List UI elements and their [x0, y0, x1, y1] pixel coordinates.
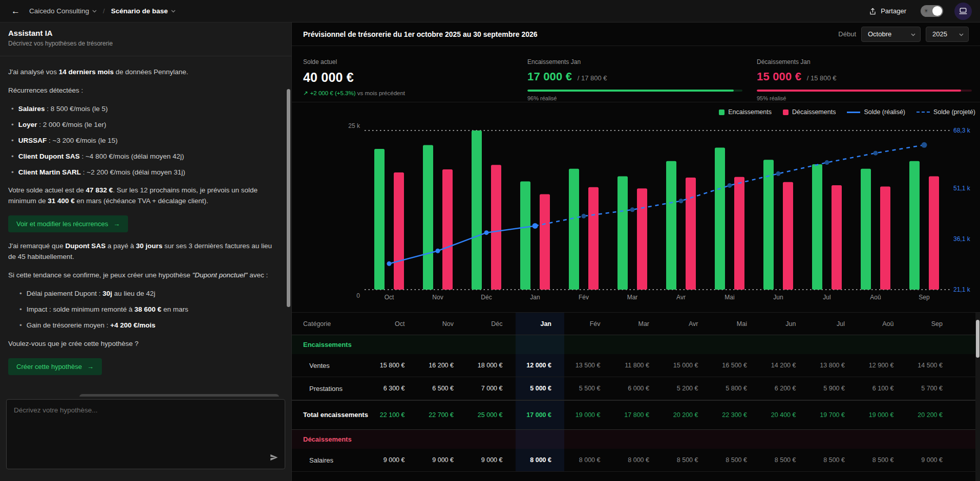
assistant-message: Voulez-vous que je crée cette hypothèse …	[8, 339, 279, 349]
send-button[interactable]	[268, 452, 280, 465]
assistant-message: J'ai analysé vos 14 derniers mois de don…	[8, 67, 279, 78]
table-scrollbar-thumb[interactable]	[976, 320, 979, 358]
right-axis-tick: 36,1 k	[953, 235, 971, 243]
table-cell: 13 500 €	[564, 354, 613, 377]
table-cell: 8 500 €	[858, 449, 907, 471]
decaissements-bar	[394, 172, 404, 290]
chart-month-label: Mar	[627, 294, 638, 301]
chevron-down-icon	[171, 10, 176, 13]
table-cell: 9 000 €	[907, 449, 956, 471]
kpi-target: / 15 800 €	[807, 74, 837, 82]
progress-fill	[757, 90, 961, 92]
workspace-switcher[interactable]: Caicedo Consulting	[29, 7, 97, 15]
assistant-title: Assistant IA	[8, 29, 283, 37]
table-cell: 7 000 €	[466, 377, 516, 400]
table-column-header[interactable]: Fév	[564, 313, 613, 335]
device-button[interactable]	[954, 3, 972, 20]
scenario-switcher[interactable]: Scénario de base	[111, 7, 176, 15]
table-column-header[interactable]: Aoû	[858, 313, 907, 335]
table-row: Prestations6 300 €6 500 €7 000 €5 000 €5…	[292, 377, 980, 400]
assistant-bullet-item: •Délai paiement Dupont : 30j au lieu de …	[19, 289, 279, 299]
assistant-bullet-item: •Client Martin SARL : ~2 200 €/mois (dél…	[11, 167, 279, 178]
workspace-name: Caicedo Consulting	[29, 7, 89, 15]
table-cell: 8 500 €	[760, 449, 809, 471]
legend-item: Solde (réalisé)	[847, 108, 905, 116]
table-column-header[interactable]: Sep	[907, 313, 956, 335]
right-axis-tick: 21,1 k	[953, 286, 971, 293]
encaissements-bar	[715, 148, 725, 290]
share-icon	[869, 7, 877, 15]
kpi-row: Solde actuel 40 000 € ↗+2 000 € (+5.3%) …	[292, 46, 980, 102]
progress-label: 95% réalisé	[757, 95, 975, 101]
table-cell: 5 900 €	[809, 377, 858, 400]
dashed-line-swatch	[917, 112, 930, 113]
cashflow-chart: EncaissementsDécaissementsSolde (réalisé…	[292, 102, 980, 312]
encaissements-bar	[472, 130, 482, 290]
table-column-header[interactable]: Avr	[662, 313, 711, 335]
arrow-right-icon: →	[113, 220, 120, 228]
decaissements-bar	[588, 187, 599, 290]
table-cell: 17 000 €	[516, 401, 565, 429]
start-month-select[interactable]: Octobre	[861, 27, 921, 42]
table-column-header[interactable]: Jul	[809, 313, 858, 335]
assistant-message: J'ai remarqué que Dupont SAS a payé à 30…	[8, 241, 279, 263]
empty-cell	[662, 430, 711, 449]
legend-item: Encaissements	[719, 108, 772, 116]
table-column-header[interactable]: Jan	[516, 313, 565, 335]
app-window: ← Caicedo Consulting / Scénario de base …	[0, 0, 980, 481]
table-cell: 5 200 €	[662, 377, 711, 400]
share-button[interactable]: Partager	[866, 7, 909, 16]
decaissements-bar	[880, 186, 890, 290]
arrow-right-icon: →	[87, 363, 94, 370]
assistant-action-button[interactable]: Créer cette hypothèse→	[8, 358, 102, 375]
table-column-header[interactable]: Mar	[613, 313, 663, 335]
encaissements-bar	[569, 169, 579, 290]
back-button[interactable]: ←	[8, 5, 23, 17]
period-controls: Début Octobre 2025	[838, 27, 969, 42]
table-cell: 22 300 €	[711, 401, 760, 429]
empty-cell	[369, 430, 418, 449]
laptop-icon	[958, 7, 968, 15]
solde-projete-point	[679, 199, 684, 203]
table-cell: 19 000 €	[858, 401, 907, 429]
table-cell: 5 000 €	[516, 377, 565, 400]
kpi-encaissements: Encaissements Jan 17 000 € / 17 800 € 96…	[527, 58, 745, 101]
assistant-bullet-item: •Loyer : 2 000 €/mois (le 1er)	[11, 120, 279, 130]
table-cell: 8 500 €	[809, 449, 858, 471]
kpi-target: / 17 800 €	[578, 74, 607, 82]
kpi-value: 40 000 €	[303, 70, 521, 85]
table-cell: 20 200 €	[662, 401, 711, 429]
start-year-select[interactable]: 2025	[926, 27, 969, 42]
chart-legend: EncaissementsDécaissementsSolde (réalisé…	[719, 108, 975, 116]
table-cell: 12 900 €	[858, 354, 907, 377]
encaissements-bar	[374, 149, 385, 290]
table-column-header[interactable]: Nov	[418, 313, 467, 335]
decaissements-bar	[442, 169, 453, 290]
kpi-label: Décaissements Jan	[757, 58, 975, 65]
decaissements-bar	[637, 188, 647, 290]
hypothesis-input[interactable]	[7, 400, 285, 469]
solde-point	[436, 249, 440, 253]
solde-realise-line	[389, 226, 535, 264]
empty-cell	[809, 335, 858, 354]
decaissements-bar	[734, 177, 744, 290]
table-cell: 5 800 €	[711, 377, 760, 400]
table-cell: 20 200 €	[907, 401, 956, 429]
chat-scrollbar-thumb[interactable]	[287, 89, 290, 307]
table-column-header[interactable]: Jun	[760, 313, 809, 335]
table-column-header[interactable]: Oct	[369, 313, 418, 335]
table-header-row: CatégorieOctNovDécJanFévMarAvrMaiJunJulA…	[292, 313, 980, 335]
solde-point	[532, 223, 538, 229]
assistant-action-button[interactable]: Voir et modifier les récurrences→	[8, 215, 128, 232]
table-cell: 8 500 €	[662, 449, 711, 471]
theme-toggle[interactable]: ☀	[921, 5, 943, 17]
row-label: Ventes	[303, 362, 369, 369]
assistant-message: Si cette tendance se confirme, je peux c…	[8, 270, 279, 281]
table-row: Ventes15 800 €16 200 €18 000 €12 000 €13…	[292, 354, 980, 377]
table-column-header[interactable]: Déc	[466, 313, 516, 335]
empty-cell	[369, 335, 418, 354]
encaissements-bar	[763, 160, 774, 290]
table-cell: 8 000 €	[564, 449, 613, 471]
table-column-header[interactable]: Mai	[711, 313, 760, 335]
scenario-name: Scénario de base	[111, 7, 168, 15]
